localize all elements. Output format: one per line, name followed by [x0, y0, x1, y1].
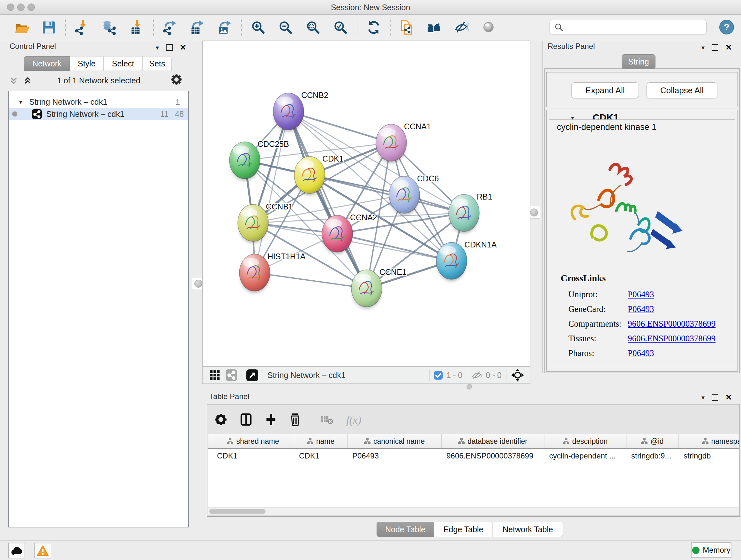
crosslink-link[interactable]: P06493 — [628, 290, 654, 300]
network-row-selected[interactable]: String Network – cdk1 11 48 — [9, 108, 188, 120]
selected-checkbox-icon[interactable] — [434, 371, 443, 380]
right-divider — [542, 41, 543, 373]
help-button[interactable]: ? — [719, 19, 735, 37]
zoom-in-icon[interactable] — [245, 16, 272, 39]
column-header--id[interactable]: @id — [626, 434, 679, 448]
share-view-icon[interactable] — [226, 369, 237, 381]
table-row[interactable]: CDK1CDK1P064939606.ENSP00000378699cyclin… — [208, 449, 739, 463]
tab-string[interactable]: String — [622, 54, 656, 69]
refresh-icon[interactable] — [360, 16, 387, 39]
toolbar-separator — [65, 17, 66, 37]
panel-float-icon[interactable] — [712, 44, 718, 51]
crosslink-link[interactable]: 9606.ENSP00000378699 — [628, 319, 716, 329]
tab-node-table[interactable]: Node Table — [377, 522, 434, 537]
network-collection-row[interactable]: ▾ String Network – cdk1 1 — [9, 96, 188, 108]
zoom-selected-icon[interactable] — [327, 16, 354, 39]
save-session-icon[interactable] — [35, 16, 63, 39]
grid-view-icon[interactable] — [210, 370, 220, 380]
zoom-fit-icon[interactable] — [299, 16, 327, 39]
network-node-CDC25B[interactable]: CDC25B — [229, 139, 289, 181]
tab-edge-table[interactable]: Edge Table — [434, 522, 493, 537]
tab-sets[interactable]: Sets — [143, 56, 172, 71]
neighbors-houses-icon[interactable] — [421, 16, 448, 39]
network-edges[interactable] — [245, 111, 464, 288]
crosslink-row: Compartments:9606.ENSP00000378699 — [568, 316, 728, 331]
export-network-icon[interactable] — [156, 16, 184, 39]
table-cell[interactable]: CDK1 — [294, 449, 347, 463]
import-database-icon[interactable] — [96, 16, 123, 39]
import-table-icon[interactable] — [123, 16, 151, 39]
delete-column-icon[interactable] — [289, 413, 301, 428]
table-cell[interactable]: 9606.ENSP00000378699 — [441, 449, 544, 463]
hidden-eye-icon[interactable] — [472, 370, 482, 380]
panel-menu-icon[interactable]: ▾ — [701, 44, 704, 51]
control-panel-tabs: NetworkStyleSelectSets — [24, 56, 172, 71]
cloud-button[interactable] — [8, 543, 25, 558]
network-canvas[interactable]: CCNB2 CCNA1 CDC25B CDK1 CDC6 RB1 CCNB1 — [202, 41, 530, 367]
bottom-splitter-grip[interactable] — [467, 384, 472, 389]
column-header-canonical-name[interactable]: canonical name — [347, 434, 442, 448]
table-cell[interactable]: stringdb:9... — [626, 449, 678, 463]
add-column-icon[interactable] — [265, 413, 277, 427]
tab-select[interactable]: Select — [104, 56, 143, 71]
network-node-CCNB2[interactable]: CCNB2 — [273, 91, 328, 132]
panel-close-icon[interactable]: ✕ — [725, 393, 732, 401]
open-session-icon[interactable] — [8, 16, 35, 39]
panel-close-icon[interactable]: ✕ — [180, 44, 186, 51]
column-header-name[interactable]: name — [294, 434, 347, 448]
column-header-namespace[interactable]: namespace — [679, 434, 739, 448]
panel-menu-icon[interactable]: ▾ — [701, 394, 704, 401]
table-cell[interactable]: P06493 — [347, 449, 441, 463]
delete-table-icon[interactable] — [321, 414, 333, 426]
column-header-database-identifier[interactable]: database identifier — [442, 434, 544, 448]
network-node-RB1[interactable]: RB1 — [449, 192, 492, 233]
export-image-icon[interactable] — [211, 16, 239, 39]
table-cell[interactable]: CDK1 — [212, 449, 294, 463]
tree-expander-icon[interactable]: ▾ — [19, 98, 22, 106]
panel-close-icon[interactable]: ✕ — [725, 44, 732, 51]
tab-network[interactable]: Network — [24, 56, 70, 71]
network-selection-status: 1 of 1 Network selected — [8, 76, 189, 85]
panel-menu-icon[interactable]: ▾ — [156, 44, 159, 51]
panel-float-icon[interactable] — [712, 394, 718, 401]
tab-style[interactable]: Style — [70, 56, 104, 71]
crosslink-link[interactable]: 9606.ENSP00000378699 — [628, 334, 716, 344]
node-table[interactable]: shared namenamecanonical namedatabase id… — [208, 434, 739, 507]
open-in-window-icon[interactable] — [246, 369, 258, 381]
table-cell[interactable]: stringdb — [678, 449, 739, 463]
show-columns-icon[interactable] — [240, 413, 253, 427]
warning-button[interactable] — [35, 543, 51, 558]
search-box[interactable] — [549, 20, 706, 35]
network-node-CCNA2[interactable]: CCNA2 — [322, 213, 377, 254]
table-settings-gear-icon[interactable] — [215, 414, 227, 427]
network-node-CCNB1[interactable]: CCNB1 — [238, 202, 293, 243]
tab-network-table[interactable]: Network Table — [493, 522, 563, 537]
collection-label: String Network – cdk1 — [29, 98, 108, 107]
sphere-icon[interactable] — [475, 16, 503, 39]
import-network-icon[interactable] — [68, 16, 96, 39]
search-input[interactable] — [566, 21, 706, 34]
network-node-CDKN1A[interactable]: CDKN1A — [436, 240, 497, 281]
crosslink-link[interactable]: P06493 — [628, 348, 654, 358]
panel-float-icon[interactable] — [166, 44, 173, 51]
table-tabs: Node TableEdge TableNetwork Table — [377, 522, 563, 537]
crosslink-link[interactable]: P06493 — [628, 304, 654, 314]
zoom-out-icon[interactable] — [272, 16, 299, 39]
collapse-all-button[interactable]: Collapse All — [647, 82, 718, 98]
network-node-HIST1H1A[interactable]: HIST1H1A — [239, 252, 306, 293]
expand-all-button[interactable]: Expand All — [571, 82, 639, 98]
column-header-shared-name[interactable]: shared name — [212, 434, 294, 448]
table-cell[interactable]: cyclin-dependent ... — [544, 449, 626, 463]
document-network-icon[interactable] — [393, 16, 421, 39]
birds-eye-icon[interactable] — [511, 368, 524, 382]
memory-button[interactable]: Memory — [691, 543, 731, 558]
export-table-icon[interactable] — [184, 16, 211, 39]
network-node-CCNA1[interactable]: CCNA1 — [376, 122, 431, 163]
scrollbar-thumb[interactable] — [209, 509, 266, 514]
function-builder-icon[interactable]: f(x) — [346, 414, 361, 426]
hide-eye-icon[interactable] — [448, 16, 475, 39]
network-options-gear-icon[interactable] — [171, 74, 182, 86]
column-header-description[interactable]: description — [544, 434, 626, 448]
table-h-scrollbar[interactable] — [208, 508, 739, 515]
network-node-CCNE1[interactable]: CCNE1 — [351, 267, 407, 309]
